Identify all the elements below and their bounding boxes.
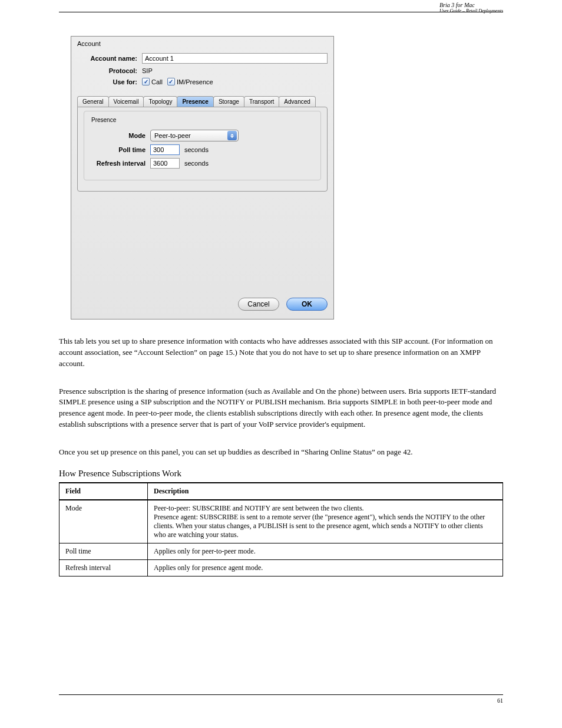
presence-group-title: Presence [89, 117, 118, 123]
tab-presence[interactable]: Presence [177, 96, 213, 107]
table-row: Poll time Applies only for peer-to-peer … [59, 543, 503, 559]
doc-header-right: Bria 3 for Mac User Guide – Retail Deplo… [439, 2, 503, 14]
header-rule: Bria 3 for Mac User Guide – Retail Deplo… [59, 12, 503, 12]
protocol-label: Protocol: [77, 67, 142, 74]
use-for-label: Use for: [77, 78, 142, 85]
table-cell: Refresh interval [59, 559, 148, 576]
tab-voicemail[interactable]: Voicemail [108, 96, 144, 107]
refresh-interval-input[interactable] [150, 158, 180, 169]
page-footer: 61 [59, 694, 503, 697]
use-for-im-label: IM/Presence [177, 78, 213, 85]
account-name-input[interactable] [142, 53, 328, 64]
row-mode: Mode Peer-to-peer [91, 130, 313, 141]
use-for-call-label: Call [151, 78, 163, 85]
doc-header-subtitle: User Guide – Retail Deployments [439, 8, 503, 14]
tab-advanced[interactable]: Advanced [279, 96, 315, 107]
poll-time-input[interactable] [150, 144, 180, 155]
dialog-title: Account [77, 40, 328, 47]
refresh-interval-label: Refresh interval [91, 160, 150, 167]
checkbox-icon: ✓ [142, 78, 150, 85]
tab-general[interactable]: General [77, 96, 109, 107]
account-name-label: Account name: [77, 55, 142, 62]
mode-label: Mode [91, 132, 150, 139]
use-for-im-checkbox[interactable]: ✓ IM/Presence [167, 78, 213, 85]
table-cell: Peer-to-peer: SUBSCRIBE and NOTIFY are s… [148, 500, 503, 543]
table-row: Mode Peer-to-peer: SUBSCRIBE and NOTIFY … [59, 500, 503, 543]
protocol-value: SIP [142, 67, 153, 74]
refresh-interval-unit: seconds [184, 160, 209, 167]
table-header-description: Description [148, 483, 503, 500]
body-heading: How Presence Subscriptions Work [59, 469, 503, 479]
body-paragraph-2: Presence subscription is the sharing of … [59, 386, 503, 430]
table-cell: Applies only for peer-to-peer mode. [148, 543, 503, 559]
tab-body: Presence Mode Peer-to-peer Poll time sec… [77, 107, 328, 192]
row-account-name: Account name: [77, 53, 328, 64]
tab-bar: General Voicemail Topology Presence Stor… [77, 96, 328, 107]
use-for-call-checkbox[interactable]: ✓ Call [142, 78, 163, 85]
body-paragraph-3: Once you set up presence on this panel, … [59, 447, 503, 458]
mode-select-value: Peer-to-peer [154, 132, 191, 139]
chevron-updown-icon [227, 131, 237, 140]
dialog-spacer [77, 192, 328, 292]
row-poll-time: Poll time seconds [91, 144, 313, 155]
row-refresh-interval: Refresh interval seconds [91, 158, 313, 169]
field-description-table: Field Description Mode Peer-to-peer: SUB… [59, 482, 503, 577]
tab-transport[interactable]: Transport [244, 96, 279, 107]
page-number: 61 [497, 697, 503, 704]
poll-time-label: Poll time [91, 146, 150, 153]
doc-header-product: Bria 3 for Mac [439, 2, 475, 8]
tab-storage[interactable]: Storage [213, 96, 244, 107]
row-use-for: Use for: ✓ Call ✓ IM/Presence [77, 78, 328, 85]
account-dialog: Account Account name: Protocol: SIP Use … [71, 36, 334, 319]
ok-button[interactable]: OK [286, 298, 328, 311]
row-protocol: Protocol: SIP [77, 67, 328, 74]
presence-group: Presence Mode Peer-to-peer Poll time sec… [84, 111, 321, 180]
table-header-field: Field [59, 483, 148, 500]
table-cell: Applies only for presence agent mode. [148, 559, 503, 576]
tab-topology[interactable]: Topology [143, 96, 177, 107]
checkbox-icon: ✓ [167, 78, 175, 85]
poll-time-unit: seconds [184, 146, 209, 153]
table-cell: Poll time [59, 543, 148, 559]
mode-select[interactable]: Peer-to-peer [150, 130, 239, 141]
dialog-button-row: Cancel OK [77, 298, 328, 311]
cancel-button[interactable]: Cancel [238, 298, 279, 311]
body-paragraph-1: This tab lets you set up to share presen… [59, 336, 503, 370]
table-cell: Mode [59, 500, 148, 543]
table-row: Refresh interval Applies only for presen… [59, 559, 503, 576]
